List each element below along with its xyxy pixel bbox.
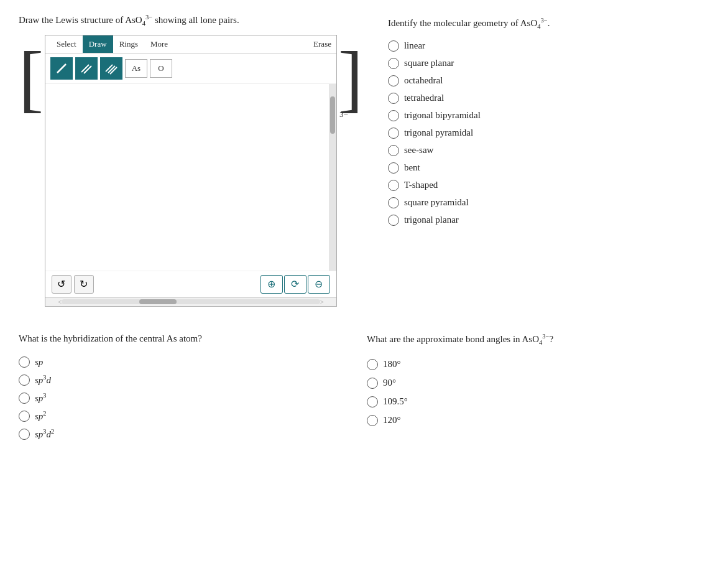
left-panel: Draw the Lewis structure of AsO43− showi… xyxy=(19,12,363,307)
option-label-bent: bent xyxy=(404,162,420,173)
radio-octahedral[interactable] xyxy=(388,75,399,86)
radio-square-planar[interactable] xyxy=(388,58,399,69)
bond-single-button[interactable] xyxy=(50,57,73,80)
scroll-right-arrow[interactable]: > xyxy=(320,298,324,305)
angle-option-90[interactable]: 90° xyxy=(367,378,709,389)
geometry-option-square-planar[interactable]: square planar xyxy=(388,58,709,69)
radio-tetrahedral[interactable] xyxy=(388,93,399,104)
svg-line-2 xyxy=(84,66,91,73)
geometry-option-octahedral[interactable]: octahedral xyxy=(388,75,709,86)
geometry-option-trigonal-planar[interactable]: trigonal planar xyxy=(388,215,709,226)
geometry-option-t-shaped[interactable]: T-shaped xyxy=(388,180,709,191)
option-label-see-saw: see-saw xyxy=(404,145,433,156)
option-label-180: 180° xyxy=(383,359,401,370)
option-label-square-pyramidal: square pyramidal xyxy=(404,197,469,208)
radio-trigonal-pyramidal[interactable] xyxy=(388,128,399,139)
angle-option-120[interactable]: 120° xyxy=(367,415,709,426)
undo-button[interactable]: ↺ xyxy=(52,275,71,294)
radio-sp3d[interactable] xyxy=(19,375,30,386)
geometry-option-bent[interactable]: bent xyxy=(388,162,709,174)
erase-button[interactable]: Erase xyxy=(313,39,331,49)
hybrid-option-sp3d2[interactable]: sp3d2 xyxy=(19,428,342,440)
bond-double-button[interactable] xyxy=(75,57,98,80)
lewis-question: Draw the Lewis structure of AsO43− showi… xyxy=(19,12,363,29)
geometry-option-tetrahedral[interactable]: tetrahedral xyxy=(388,93,709,104)
angle-option-109-5[interactable]: 109.5° xyxy=(367,396,709,407)
tool-tabs: Select Draw Rings More Erase xyxy=(45,35,336,54)
single-bond-icon xyxy=(55,62,68,75)
radio-see-saw[interactable] xyxy=(388,145,399,156)
option-label-90: 90° xyxy=(383,378,396,388)
geometry-option-linear[interactable]: linear xyxy=(388,40,709,52)
radio-90[interactable] xyxy=(367,378,378,389)
scrollbar-right[interactable] xyxy=(329,84,336,271)
zoom-in-button[interactable]: ⊕ xyxy=(260,275,283,294)
bottom-layout: What is the hybridization of the central… xyxy=(19,332,709,440)
radio-120[interactable] xyxy=(367,415,378,426)
geometry-option-square-pyramidal[interactable]: square pyramidal xyxy=(388,197,709,208)
atom-as-button[interactable]: As xyxy=(125,59,147,78)
geometry-option-trigonal-bipyramidal[interactable]: trigonal bipyramidal xyxy=(388,110,709,121)
option-label-sp3d: sp3d xyxy=(35,374,51,386)
hybrid-option-sp3[interactable]: sp3 xyxy=(19,392,342,404)
option-label-120: 120° xyxy=(383,415,401,426)
radio-sp3[interactable] xyxy=(19,393,30,404)
right-panel: Identify the molecular geometry of AsO43… xyxy=(388,12,709,226)
bracket-right-area: ] 3− xyxy=(338,35,363,119)
zoom-out-button[interactable]: ⊖ xyxy=(308,275,330,294)
zoom-reset-button[interactable]: ⟳ xyxy=(284,275,306,294)
radio-linear[interactable] xyxy=(388,40,399,52)
geo-formula-sub: 4 xyxy=(537,23,540,30)
scroll-track xyxy=(62,299,320,304)
bracket-charge: 3− xyxy=(339,109,348,119)
radio-sp2[interactable] xyxy=(19,411,30,422)
hybridization-options-list: sp sp3d sp3 sp2 sp3d2 xyxy=(19,356,342,440)
hybrid-option-sp2[interactable]: sp2 xyxy=(19,410,342,422)
option-label-sp2: sp2 xyxy=(35,410,47,422)
radio-bent[interactable] xyxy=(388,162,399,174)
zoom-buttons-group: ⊕ ⟳ ⊖ xyxy=(260,275,330,294)
hybrid-option-sp[interactable]: sp xyxy=(19,356,342,368)
tool-buttons-row: As O xyxy=(45,54,336,84)
svg-line-0 xyxy=(57,64,66,73)
tab-rings[interactable]: Rings xyxy=(113,35,144,53)
tab-more[interactable]: More xyxy=(144,35,174,53)
main-layout: Draw the Lewis structure of AsO43− showi… xyxy=(19,12,709,307)
option-label-trigonal-pyramidal: trigonal pyramidal xyxy=(404,128,473,138)
angle-option-180[interactable]: 180° xyxy=(367,359,709,370)
option-label-sp: sp xyxy=(35,357,43,368)
option-label-linear: linear xyxy=(404,40,425,51)
option-label-octahedral: octahedral xyxy=(404,75,443,86)
tool-box: Select Draw Rings More Erase xyxy=(45,35,337,307)
undo-redo-group: ↺ ↻ xyxy=(52,275,94,294)
horizontal-scrollbar[interactable]: < > xyxy=(45,297,336,306)
draw-canvas[interactable] xyxy=(45,84,336,271)
radio-180[interactable] xyxy=(367,359,378,370)
scrollbar-thumb xyxy=(330,96,335,134)
radio-trigonal-planar[interactable] xyxy=(388,215,399,226)
radio-109-5[interactable] xyxy=(367,396,378,407)
geo-formula-charge: 3− xyxy=(541,17,548,24)
tab-select[interactable]: Select xyxy=(50,35,83,53)
redo-button[interactable]: ↻ xyxy=(74,275,94,294)
ba-formula-sub: 4 xyxy=(539,339,542,346)
geometry-options-list: linear square planar octahedral tetrahed… xyxy=(388,40,709,226)
geometry-option-see-saw[interactable]: see-saw xyxy=(388,145,709,156)
scroll-thumb xyxy=(139,299,177,304)
radio-t-shaped[interactable] xyxy=(388,180,399,191)
radio-square-pyramidal[interactable] xyxy=(388,197,399,208)
atom-o-button[interactable]: O xyxy=(150,59,172,78)
radio-sp3d2[interactable] xyxy=(19,429,30,440)
tab-draw[interactable]: Draw xyxy=(83,35,113,53)
bond-angles-question: What are the approximate bond angles in … xyxy=(367,332,709,348)
radio-trigonal-bipyramidal[interactable] xyxy=(388,110,399,121)
option-label-trigonal-planar: trigonal planar xyxy=(404,215,459,225)
ba-formula-charge: 3− xyxy=(542,333,549,340)
hybrid-option-sp3d[interactable]: sp3d xyxy=(19,374,342,386)
hybridization-question: What is the hybridization of the central… xyxy=(19,332,342,346)
geometry-option-trigonal-pyramidal[interactable]: trigonal pyramidal xyxy=(388,128,709,139)
bracket-right: ] xyxy=(338,41,363,116)
bond-triple-button[interactable] xyxy=(100,57,122,80)
radio-sp[interactable] xyxy=(19,356,30,368)
option-label-square-planar: square planar xyxy=(404,58,454,68)
